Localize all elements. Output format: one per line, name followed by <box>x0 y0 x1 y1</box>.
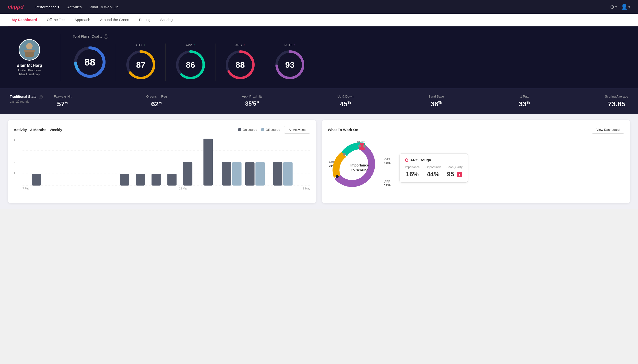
svg-rect-26 <box>203 138 213 186</box>
svg-rect-27 <box>222 162 231 186</box>
info-stat-shot-quality: Shot Quality 95 ▼ <box>447 166 463 178</box>
y-label-2: 2 <box>14 160 15 164</box>
info-stat-importance: Importance 16% <box>405 166 420 178</box>
tpq-help-icon[interactable]: ? <box>104 34 108 38</box>
stat-sand-save: Sand Save 36% <box>429 94 444 108</box>
activity-panel: Activity - 3 Months - Weekly On course O… <box>8 120 316 203</box>
ring-app-value: 86 <box>186 60 195 70</box>
stats-bar: Traditional Stats ? Last 20 rounds Fairw… <box>0 88 638 114</box>
y-label-3: 3 <box>14 150 15 152</box>
stats-label-col: Traditional Stats ? Last 20 rounds <box>10 94 54 104</box>
donut-chart: PUTT 57% OTT 10% APP 12% ARG 21% <box>328 138 391 197</box>
add-button[interactable]: ⊕▾ <box>610 4 617 10</box>
ring-arg-value: 88 <box>236 60 245 70</box>
info-card: ARG Rough Importance 16% Opportunity 44%… <box>399 153 468 182</box>
nav-activities[interactable]: Activities <box>67 5 82 9</box>
work-on-panel-header: What To Work On View Dashboard <box>328 126 624 134</box>
ring-putt-value: 93 <box>285 60 295 70</box>
ring-app: APP ↗ 86 <box>174 44 206 81</box>
tab-my-dashboard[interactable]: My Dashboard <box>8 14 41 26</box>
work-on-panel-title: What To Work On <box>328 128 358 132</box>
top-navigation: clippd Performance ▾ Activities What To … <box>0 0 638 14</box>
arg-arrow-icon: ↗ <box>243 44 245 47</box>
ring-divider-3 <box>215 44 216 81</box>
app-arrow-icon: ↗ <box>193 44 195 47</box>
activity-chart: 4 3 2 1 0 <box>14 138 310 192</box>
ring-app-canvas: 86 <box>174 49 206 81</box>
user-menu-button[interactable]: 👤▾ <box>621 4 630 10</box>
score-rings: 88 OTT ↗ 87 <box>73 44 628 81</box>
work-on-panel: What To Work On View Dashboard PUTT 57% … <box>322 120 630 203</box>
svg-point-33 <box>336 175 339 178</box>
ring-arg: ARG ↗ 88 <box>224 44 256 81</box>
tpq-section: Total Player Quality ? 88 <box>73 34 628 81</box>
tab-around-the-green[interactable]: Around the Green <box>96 14 133 26</box>
svg-point-35 <box>363 145 366 148</box>
svg-rect-22 <box>136 174 145 186</box>
putt-arrow-icon: ↗ <box>293 44 295 47</box>
svg-rect-30 <box>255 162 265 186</box>
activity-panel-title: Activity - 3 Months - Weekly <box>14 128 62 132</box>
stat-up-and-down: Up & Down 45% <box>337 94 353 108</box>
svg-point-36 <box>358 144 361 148</box>
svg-rect-23 <box>151 174 161 186</box>
ring-arg-canvas: 88 <box>224 49 256 81</box>
y-label-1: 1 <box>14 172 15 174</box>
info-card-dot <box>405 158 408 162</box>
ring-total-value: 88 <box>84 57 95 68</box>
player-handicap: Plus Handicap <box>19 72 40 76</box>
off-course-dot <box>261 128 264 131</box>
player-country: United Kingdom <box>18 68 41 72</box>
legend-off-course: Off course <box>261 128 280 132</box>
stats-columns: Fairways Hit 57% Greens In Reg 62% App. … <box>54 94 628 108</box>
ring-total-canvas: 88 <box>73 45 107 79</box>
stat-fairways-hit: Fairways Hit 57% <box>54 94 72 108</box>
y-label-4: 4 <box>14 138 15 142</box>
ring-arg-label: ARG ↗ <box>235 44 245 47</box>
svg-rect-29 <box>245 162 255 186</box>
x-axis: 7 Feb 28 Mar 9 May <box>23 186 310 190</box>
all-activities-button[interactable]: All Activities <box>284 126 310 134</box>
svg-rect-25 <box>183 162 192 186</box>
ring-ott-canvas: 87 <box>125 49 157 81</box>
nav-performance[interactable]: Performance ▾ <box>36 5 60 9</box>
svg-rect-24 <box>167 174 176 186</box>
tab-approach[interactable]: Approach <box>71 14 94 26</box>
stats-subtitle: Last 20 rounds <box>10 100 54 104</box>
bottom-panels: Activity - 3 Months - Weekly On course O… <box>0 114 638 209</box>
ott-arrow-icon: ↗ <box>143 44 145 47</box>
shot-quality-badge: ▼ <box>457 172 462 177</box>
ring-total: 88 <box>73 45 107 79</box>
svg-rect-31 <box>273 162 282 186</box>
tpq-label: Total Player Quality ? <box>73 34 628 38</box>
x-label-feb: 7 Feb <box>23 187 29 190</box>
ring-ott: OTT ↗ 87 <box>125 44 157 81</box>
svg-rect-28 <box>232 162 242 186</box>
tab-putting[interactable]: Putting <box>135 14 154 26</box>
y-label-0: 0 <box>14 182 15 186</box>
nav-what-to-work-on[interactable]: What To Work On <box>90 5 118 9</box>
info-card-stats: Importance 16% Opportunity 44% Shot Qual… <box>405 166 463 178</box>
svg-point-34 <box>343 153 346 156</box>
divider <box>61 34 61 81</box>
tab-off-the-tee[interactable]: Off the Tee <box>43 14 69 26</box>
donut-area: PUTT 57% OTT 10% APP 12% ARG 21% <box>328 138 624 197</box>
activity-panel-header: Activity - 3 Months - Weekly On course O… <box>14 126 310 134</box>
ring-putt-label: PUTT ↗ <box>285 44 295 47</box>
view-dashboard-button[interactable]: View Dashboard <box>592 126 624 134</box>
ring-divider-2 <box>165 44 166 81</box>
svg-rect-20 <box>32 174 41 186</box>
svg-rect-21 <box>120 174 129 186</box>
x-label-mar: 28 Mar <box>179 187 187 190</box>
ring-ott-value: 87 <box>136 60 145 70</box>
stat-app-proximity: App. Proximity 35'5" <box>242 94 263 108</box>
stat-scoring-average: Scoring Average 73.85 <box>605 94 628 108</box>
tab-scoring[interactable]: Scoring <box>156 14 176 26</box>
brand-logo[interactable]: clippd <box>8 4 24 10</box>
stats-help-icon[interactable]: ? <box>39 95 43 99</box>
svg-rect-3 <box>24 50 35 52</box>
ring-app-label: APP ↗ <box>186 44 195 47</box>
avatar <box>19 39 40 61</box>
nav-right-actions: ⊕▾ 👤▾ <box>610 4 630 10</box>
ring-putt: PUTT ↗ 93 <box>274 44 306 81</box>
